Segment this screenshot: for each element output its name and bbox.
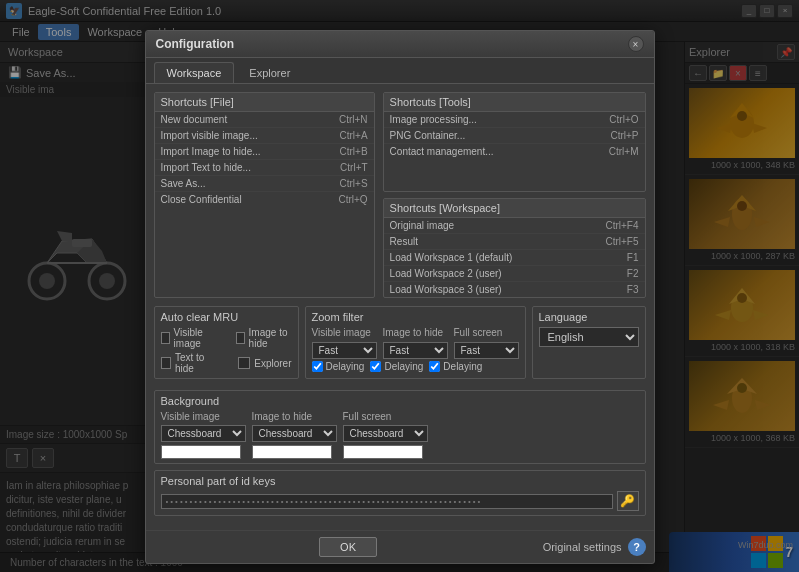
dialog-close-button[interactable]: ×	[628, 36, 644, 52]
bg-fullscreen-swatch	[343, 445, 423, 459]
zoom-hide-label: Image to hide	[383, 327, 448, 338]
shortcut-contact: Contact management... Ctrl+M	[384, 144, 645, 159]
configuration-dialog: Configuration × Workspace Explorer Short…	[145, 30, 655, 564]
dialog-title-text: Configuration	[156, 37, 235, 51]
mru-explorer-label: Explorer	[254, 358, 291, 369]
mru-image-to-hide-label: Image to hide	[249, 327, 292, 349]
zoom-hide-col: Image to hide FastNormalBest	[383, 327, 448, 359]
zoom-selects-row: Visible image FastNormalBest Image to hi…	[312, 327, 519, 359]
mru-visible-image-checkbox[interactable]	[161, 332, 170, 344]
id-key-button[interactable]: 🔑	[617, 491, 639, 511]
shortcut-save-as-key: Ctrl+S	[340, 178, 368, 189]
shortcuts-workspace-header: Shortcuts [Workspace]	[384, 199, 645, 218]
ok-button[interactable]: OK	[319, 537, 377, 557]
bg-visible-col: Visible image ChessboardBlackWhite	[161, 411, 246, 459]
bg-fullscreen-col: Full screen ChessboardBlackWhite	[343, 411, 428, 459]
background-title: Background	[161, 395, 639, 407]
mru-image-to-hide-checkbox[interactable]	[236, 332, 245, 344]
zoom-visible-col: Visible image FastNormalBest	[312, 327, 377, 359]
delay-hide-check[interactable]: Delaying	[370, 361, 423, 372]
mru-text-to-hide[interactable]: Text to hide	[161, 352, 219, 374]
shortcut-load-ws3-label: Load Workspace 3 (user)	[390, 284, 502, 295]
shortcut-new-doc: New document Ctrl+N	[155, 112, 374, 128]
mru-text-to-hide-label: Text to hide	[175, 352, 218, 374]
id-keys-title: Personal part of id keys	[161, 475, 639, 487]
shortcut-load-ws3-key: F3	[627, 284, 639, 295]
zoom-hide-select[interactable]: FastNormalBest	[383, 342, 448, 359]
background-section: Background Visible image ChessboardBlack…	[154, 390, 646, 464]
shortcuts-tools-header: Shortcuts [Tools]	[384, 93, 645, 112]
shortcut-load-ws1: Load Workspace 1 (default) F1	[384, 250, 645, 266]
bg-visible-select[interactable]: ChessboardBlackWhite	[161, 425, 246, 442]
shortcut-import-text-label: Import Text to hide...	[161, 162, 251, 173]
tab-workspace[interactable]: Workspace	[154, 62, 235, 83]
dialog-overlay: Configuration × Workspace Explorer Short…	[0, 0, 799, 572]
zoom-fullscreen-col: Full screen FastNormalBest	[454, 327, 519, 359]
shortcut-close: Close Confidential Ctrl+Q	[155, 192, 374, 207]
dialog-tabs: Workspace Explorer	[146, 58, 654, 84]
bg-hide-label: Image to hide	[252, 411, 337, 422]
shortcut-load-ws1-key: F1	[627, 252, 639, 263]
delay-full-check[interactable]: Delaying	[429, 361, 482, 372]
delay-visible-checkbox[interactable]	[312, 361, 323, 372]
shortcut-contact-key: Ctrl+M	[609, 146, 639, 157]
shortcuts-file-header: Shortcuts [File]	[155, 93, 374, 112]
shortcut-original-label: Original image	[390, 220, 454, 231]
shortcut-result-label: Result	[390, 236, 418, 247]
help-button[interactable]: ?	[628, 538, 646, 556]
mru-visible-image[interactable]: Visible image	[161, 327, 216, 349]
delay-hide-checkbox[interactable]	[370, 361, 381, 372]
mru-title: Auto clear MRU	[161, 311, 292, 323]
zoom-fullscreen-select[interactable]: FastNormalBest	[454, 342, 519, 359]
zoom-visible-label: Visible image	[312, 327, 377, 338]
bg-visible-label: Visible image	[161, 411, 246, 422]
bg-fullscreen-select[interactable]: ChessboardBlackWhite	[343, 425, 428, 442]
shortcut-import-text-key: Ctrl+T	[340, 162, 368, 173]
shortcut-load-ws2-label: Load Workspace 2 (user)	[390, 268, 502, 279]
shortcut-image-proc-key: Ctrl+O	[609, 114, 638, 125]
shortcut-original: Original image Ctrl+F4	[384, 218, 645, 234]
shortcut-original-key: Ctrl+F4	[605, 220, 638, 231]
tab-explorer[interactable]: Explorer	[236, 62, 303, 83]
auto-clear-mru-section: Auto clear MRU Visible image Image to hi…	[154, 306, 299, 379]
shortcut-close-label: Close Confidential	[161, 194, 242, 205]
mru-text-to-hide-checkbox[interactable]	[161, 357, 171, 369]
dialog-footer: OK Original settings ?	[146, 530, 654, 563]
shortcut-import-image-label: Import Image to hide...	[161, 146, 261, 157]
mru-explorer-checkbox[interactable]	[238, 357, 250, 369]
bg-hide-select[interactable]: ChessboardBlackWhite	[252, 425, 337, 442]
mru-image-to-hide[interactable]: Image to hide	[236, 327, 292, 349]
shortcut-import-visible-label: Import visible image...	[161, 130, 258, 141]
shortcuts-tools-section: Shortcuts [Tools] Image processing... Ct…	[383, 92, 646, 192]
shortcut-import-image: Import Image to hide... Ctrl+B	[155, 144, 374, 160]
shortcut-save-as: Save As... Ctrl+S	[155, 176, 374, 192]
shortcuts-workspace-section: Shortcuts [Workspace] Original image Ctr…	[383, 198, 646, 298]
mru-checkboxes-row1: Visible image Image to hide	[161, 327, 292, 349]
original-settings-label[interactable]: Original settings	[543, 541, 622, 553]
shortcut-new-doc-label: New document	[161, 114, 228, 125]
mru-explorer[interactable]: Explorer	[238, 352, 291, 374]
shortcuts-file-section: Shortcuts [File] New document Ctrl+N Imp…	[154, 92, 375, 298]
shortcut-image-proc-label: Image processing...	[390, 114, 477, 125]
zoom-visible-select[interactable]: FastNormalBest	[312, 342, 377, 359]
mru-visible-image-label: Visible image	[174, 327, 216, 349]
id-keys-input[interactable]	[161, 494, 613, 509]
dialog-lower: Auto clear MRU Visible image Image to hi…	[146, 306, 654, 530]
background-selects-row: Visible image ChessboardBlackWhite Image…	[161, 411, 639, 459]
shortcut-png: PNG Container... Ctrl+P	[384, 128, 645, 144]
shortcut-new-doc-key: Ctrl+N	[339, 114, 368, 125]
delay-visible-check[interactable]: Delaying	[312, 361, 365, 372]
delay-visible-label: Delaying	[326, 361, 365, 372]
shortcut-import-image-key: Ctrl+B	[340, 146, 368, 157]
shortcut-save-as-label: Save As...	[161, 178, 206, 189]
zoom-title: Zoom filter	[312, 311, 519, 323]
shortcut-image-proc: Image processing... Ctrl+O	[384, 112, 645, 128]
shortcut-close-key: Ctrl+Q	[338, 194, 367, 205]
id-keys-row: 🔑	[161, 491, 639, 511]
zoom-filter-section: Zoom filter Visible image FastNormalBest…	[305, 306, 526, 379]
delay-full-checkbox[interactable]	[429, 361, 440, 372]
language-select[interactable]: English French German Spanish	[539, 327, 639, 347]
shortcut-import-visible: Import visible image... Ctrl+A	[155, 128, 374, 144]
shortcut-contact-label: Contact management...	[390, 146, 494, 157]
zoom-fullscreen-label: Full screen	[454, 327, 519, 338]
